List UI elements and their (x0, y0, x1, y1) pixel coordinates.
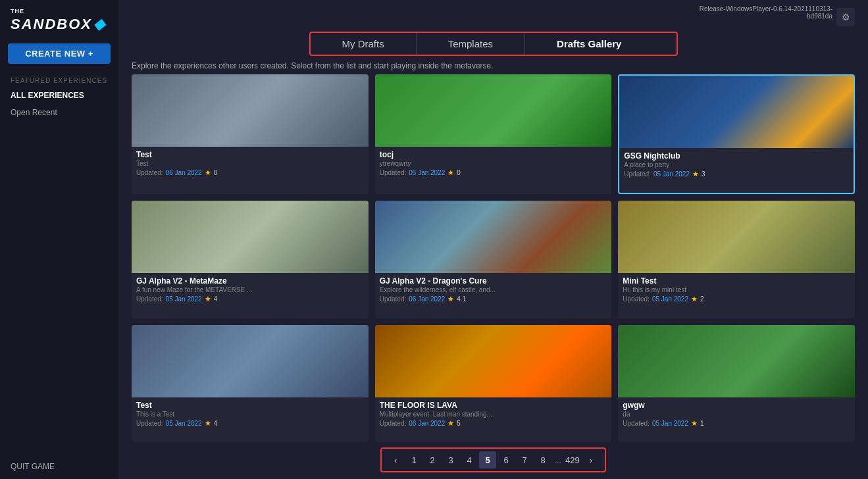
page-6-button[interactable]: 6 (498, 451, 515, 468)
card-description: da (623, 411, 850, 418)
card-card-tocj[interactable]: tocj ytrewqwrty Updated: 05 Jan 2022 ★ 0 (375, 74, 612, 194)
updated-label: Updated: (380, 420, 407, 427)
tab-templates[interactable]: Templates (417, 33, 525, 55)
card-date[interactable]: 05 Jan 2022 (166, 295, 202, 303)
card-date[interactable]: 05 Jan 2022 (166, 420, 202, 427)
card-rating: 1 (700, 420, 704, 427)
card-rating: 4 (214, 420, 218, 427)
card-description: This is a Test (136, 411, 364, 418)
card-info: tocj ytrewqwrty Updated: 05 Jan 2022 ★ 0 (375, 147, 612, 194)
card-title: GJ Alpha V2 - MetaMaze (136, 276, 364, 286)
card-meta: Updated: 05 Jan 2022 ★ 1 (623, 419, 850, 428)
card-card-gwgw[interactable]: gwgw da Updated: 05 Jan 2022 ★ 1 (618, 325, 855, 442)
card-info: THE FLOOR IS LAVA Multiplayer event. Las… (375, 397, 612, 442)
card-card-test1[interactable]: Test Test Updated: 06 Jan 2022 ★ 0 (132, 74, 369, 194)
sidebar: THE SANDBOX◆ CREATE NEW + FEATURED EXPER… (0, 0, 118, 479)
card-date[interactable]: 05 Jan 2022 (653, 170, 690, 178)
card-title: Test (136, 401, 364, 410)
card-thumbnail (375, 201, 612, 273)
quit-game-button[interactable]: QUIT GAME (0, 454, 118, 479)
card-rating: 4.1 (457, 295, 466, 303)
logo-text: SANDBOX◆ (11, 16, 106, 32)
page-2-button[interactable]: 2 (424, 451, 441, 468)
page-7-button[interactable]: 7 (516, 451, 533, 468)
star-icon: ★ (447, 419, 454, 428)
card-card-dragon[interactable]: GJ Alpha V2 - Dragon's Cure Explore the … (375, 201, 612, 318)
page-3-button[interactable]: 3 (442, 451, 459, 468)
card-date[interactable]: 06 Jan 2022 (409, 420, 445, 427)
next-page-button[interactable]: › (582, 451, 600, 468)
card-info: Test Test Updated: 06 Jan 2022 ★ 0 (132, 147, 369, 194)
topbar: Release-WindowsPlayer-0.6.14-2021110313-… (118, 0, 868, 26)
pagination-dots: ... (553, 455, 563, 465)
card-title: GJ Alpha V2 - Dragon's Cure (380, 276, 607, 286)
page-1-button[interactable]: 1 (405, 451, 422, 468)
page-last-button[interactable]: 429 (564, 451, 581, 468)
card-date[interactable]: 05 Jan 2022 (652, 420, 688, 427)
card-thumbnail (132, 74, 369, 147)
card-meta: Updated: 05 Jan 2022 ★ 4 (136, 295, 364, 303)
card-thumbnail (375, 74, 612, 147)
card-thumbnail (132, 201, 369, 273)
card-info: gwgw da Updated: 05 Jan 2022 ★ 1 (618, 397, 855, 442)
card-thumbnail (618, 201, 855, 273)
star-icon: ★ (692, 170, 699, 178)
updated-label: Updated: (624, 170, 651, 178)
card-info: Mini Test Hi, this is my mini test Updat… (618, 273, 855, 318)
updated-label: Updated: (136, 420, 163, 427)
main-content: Release-WindowsPlayer-0.6.14-2021110313-… (118, 0, 868, 479)
card-info: GJ Alpha V2 - Dragon's Cure Explore the … (375, 273, 612, 318)
pagination-wrapper: ‹ 1 2 3 4 5 6 7 8 ... 429 › (380, 447, 606, 472)
tab-my-drafts[interactable]: My Drafts (311, 33, 417, 55)
updated-label: Updated: (623, 295, 650, 303)
card-rating: 3 (702, 170, 705, 178)
card-meta: Updated: 05 Jan 2022 ★ 0 (380, 168, 607, 177)
sidebar-item-open-recent[interactable]: Open Recent (0, 104, 118, 121)
logo-the: THE (11, 8, 106, 14)
sidebar-item-all-experiences[interactable]: ALL EXPERIENCES (0, 87, 118, 104)
gear-icon: ⚙ (842, 12, 850, 22)
page-4-button[interactable]: 4 (461, 451, 478, 468)
prev-page-button[interactable]: ‹ (387, 451, 404, 468)
star-icon: ★ (691, 419, 698, 428)
logo: THE SANDBOX◆ (11, 8, 106, 33)
star-icon: ★ (447, 168, 454, 177)
card-title: THE FLOOR IS LAVA (380, 401, 607, 410)
star-icon: ★ (205, 168, 211, 177)
settings-button[interactable]: ⚙ (836, 8, 855, 26)
card-rating: 0 (214, 169, 218, 176)
card-info: GSG Nightclub A place to party Updated: … (619, 148, 854, 193)
card-card-maze[interactable]: GJ Alpha V2 - MetaMaze A fun new Maze fo… (132, 201, 369, 318)
star-icon: ★ (447, 295, 454, 303)
card-date[interactable]: 05 Jan 2022 (652, 295, 688, 303)
create-new-button[interactable]: CREATE NEW + (8, 43, 111, 64)
updated-label: Updated: (136, 295, 163, 303)
tab-drafts-gallery[interactable]: Drafts Gallery (525, 33, 653, 55)
card-card-minitest[interactable]: Mini Test Hi, this is my mini test Updat… (618, 201, 855, 318)
card-description: Multiplayer event. Last man standing... (380, 411, 607, 418)
card-date[interactable]: 06 Jan 2022 (409, 295, 445, 303)
card-thumbnail (132, 325, 369, 397)
card-author: Test (136, 160, 364, 167)
card-info: GJ Alpha V2 - MetaMaze A fun new Maze fo… (132, 273, 369, 318)
card-meta: Updated: 05 Jan 2022 ★ 3 (624, 170, 849, 178)
card-author: ytrewqwrty (380, 160, 607, 167)
gallery-grid: Test Test Updated: 06 Jan 2022 ★ 0 tocj … (118, 74, 868, 442)
updated-label: Updated: (136, 169, 163, 176)
card-meta: Updated: 06 Jan 2022 ★ 4.1 (380, 295, 607, 303)
card-meta: Updated: 05 Jan 2022 ★ 4 (136, 419, 364, 428)
page-8-button[interactable]: 8 (534, 451, 551, 468)
card-card-gsg[interactable]: GSG Nightclub A place to party Updated: … (618, 74, 855, 194)
card-date[interactable]: 05 Jan 2022 (409, 169, 445, 176)
card-description: A fun new Maze for the METAVERSE ... (136, 286, 364, 293)
card-description: Explore the wilderness, elf castle, and.… (380, 286, 607, 293)
card-title: gwgw (623, 401, 850, 410)
card-description: Hi, this is my mini test (623, 286, 850, 293)
logo-area: THE SANDBOX◆ (0, 0, 118, 38)
card-meta: Updated: 06 Jan 2022 ★ 5 (380, 419, 607, 428)
tabs-container: My Drafts Templates Drafts Gallery (118, 26, 868, 56)
card-card-test2[interactable]: Test This is a Test Updated: 05 Jan 2022… (132, 325, 369, 442)
card-card-lava[interactable]: THE FLOOR IS LAVA Multiplayer event. Las… (375, 325, 612, 442)
card-date[interactable]: 06 Jan 2022 (166, 169, 202, 176)
page-5-button[interactable]: 5 (479, 451, 496, 468)
